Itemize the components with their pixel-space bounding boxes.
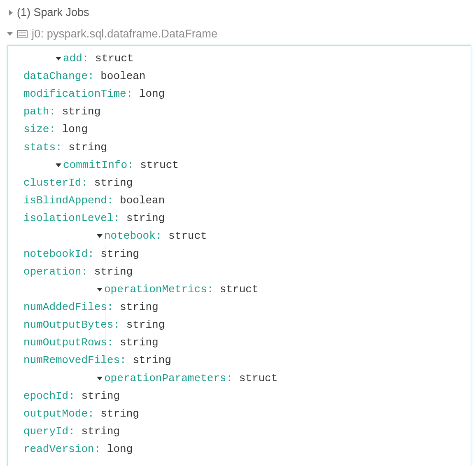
- field-type: string: [120, 301, 159, 313]
- field-type: boolean: [100, 70, 145, 82]
- spark-jobs-label: (1) Spark Jobs: [17, 3, 89, 22]
- field-type: long: [139, 88, 165, 100]
- schema-field-isblindappend[interactable]: isBlindAppend: boolean: [15, 192, 463, 210]
- field-name: queryId:: [23, 425, 75, 438]
- field-name: operationMetrics:: [104, 283, 213, 296]
- schema-field-numoutputbytes[interactable]: numOutputBytes: string: [15, 316, 463, 334]
- field-type: struct: [239, 372, 278, 384]
- field-type: string: [120, 336, 159, 349]
- field-name: numRemovedFiles:: [23, 354, 126, 366]
- chevron-down-icon: [56, 57, 61, 61]
- chevron-down-icon: [97, 234, 103, 238]
- schema-field-path[interactable]: path: string: [15, 103, 463, 121]
- schema-field-operationmetrics[interactable]: operationMetrics: struct: [15, 281, 463, 298]
- chevron-down-icon: [97, 377, 103, 380]
- field-type: string: [100, 248, 139, 260]
- schema-field-numremovedfiles[interactable]: numRemovedFiles: string: [15, 352, 463, 369]
- schema-panel: add: struct dataChange: boolean modifica…: [7, 45, 471, 466]
- schema-field-numoutputrows[interactable]: numOutputRows: string: [15, 334, 463, 352]
- field-type: string: [62, 105, 101, 118]
- chevron-down-icon: [7, 32, 13, 36]
- table-icon: [17, 30, 28, 38]
- field-type: string: [100, 408, 139, 420]
- field-name: path:: [23, 105, 56, 118]
- field-name: size:: [23, 123, 56, 135]
- field-name: isBlindAppend:: [23, 194, 113, 207]
- field-type: struct: [140, 159, 179, 171]
- field-type: string: [81, 425, 120, 438]
- field-type: struct: [95, 52, 134, 65]
- field-type: string: [94, 177, 133, 189]
- field-name: isolationLevel:: [23, 212, 120, 224]
- schema-field-modificationtime[interactable]: modificationTime: long: [15, 85, 463, 103]
- schema-field-numaddedfiles[interactable]: numAddedFiles: string: [15, 298, 463, 316]
- schema-field-datachange[interactable]: dataChange: boolean: [15, 68, 463, 85]
- field-name: notebook:: [104, 230, 162, 242]
- schema-field-epochid[interactable]: epochId: string: [15, 387, 463, 405]
- field-name: numAddedFiles:: [23, 301, 113, 313]
- schema-field-stats[interactable]: stats: string: [15, 139, 463, 156]
- schema-field-operation[interactable]: operation: string: [15, 263, 463, 281]
- chevron-down-icon: [97, 288, 103, 291]
- variable-label: j0: pyspark.sql.dataframe.DataFrame: [32, 25, 217, 44]
- chevron-down-icon: [56, 163, 61, 167]
- schema-field-outputmode[interactable]: outputMode: string: [15, 405, 463, 423]
- schema-field-size[interactable]: size: long: [15, 121, 463, 138]
- field-name: numOutputRows:: [23, 336, 113, 349]
- field-name: stats:: [23, 141, 62, 154]
- field-type: string: [133, 354, 171, 366]
- schema-field-clusterid[interactable]: clusterId: string: [15, 174, 463, 192]
- field-type: string: [68, 141, 107, 154]
- field-type: struct: [220, 283, 259, 296]
- field-type: string: [81, 390, 120, 402]
- variable-row[interactable]: j0: pyspark.sql.dataframe.DataFrame: [7, 25, 471, 44]
- field-name: commitInfo:: [63, 159, 134, 171]
- schema-field-notebookid[interactable]: notebookId: string: [15, 245, 463, 263]
- schema-field-notebook[interactable]: notebook: struct: [15, 227, 463, 245]
- schema-field-isolationlevel[interactable]: isolationLevel: string: [15, 210, 463, 227]
- field-type: string: [94, 266, 133, 278]
- field-type: string: [126, 319, 165, 331]
- field-name: numOutputBytes:: [23, 319, 120, 331]
- field-name: operation:: [23, 266, 88, 278]
- field-type: struct: [168, 230, 207, 242]
- schema-field-queryid[interactable]: queryId: string: [15, 423, 463, 440]
- field-type: string: [126, 212, 165, 224]
- field-name: readVersion:: [23, 443, 100, 455]
- field-type: boolean: [120, 194, 165, 207]
- field-name: modificationTime:: [23, 88, 133, 100]
- schema-field-commitinfo[interactable]: commitInfo: struct: [15, 156, 463, 174]
- field-name: add:: [63, 52, 89, 65]
- chevron-right-icon: [9, 10, 13, 16]
- spark-jobs-row[interactable]: (1) Spark Jobs: [9, 3, 471, 22]
- schema-field-add[interactable]: add: struct: [15, 50, 463, 68]
- field-name: operationParameters:: [104, 372, 233, 384]
- schema-field-operationparameters[interactable]: operationParameters: struct: [15, 370, 463, 387]
- field-name: outputMode:: [23, 408, 94, 420]
- field-name: clusterId:: [23, 177, 88, 189]
- schema-field-readversion[interactable]: readVersion: long: [15, 440, 463, 458]
- field-name: dataChange:: [23, 70, 94, 82]
- field-name: epochId:: [23, 390, 75, 402]
- field-type: long: [62, 123, 88, 135]
- field-type: long: [107, 443, 133, 455]
- field-name: notebookId:: [23, 248, 94, 260]
